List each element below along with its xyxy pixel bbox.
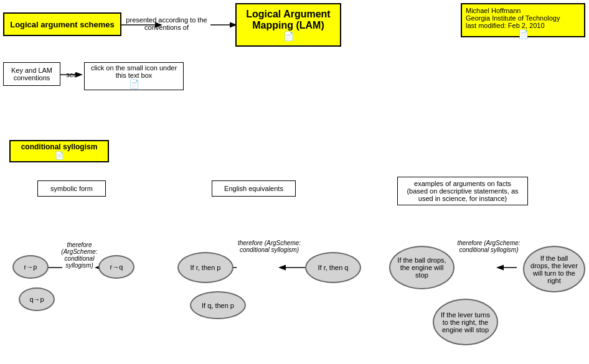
symbolic-form-label: symbolic form <box>37 180 106 197</box>
oval-ball-drops-lever: If the ball drops, the lever will turn t… <box>523 246 585 292</box>
oval-q-to-p: q→p <box>19 287 55 311</box>
oval-r-to-q: r→q <box>98 255 134 279</box>
examples-facts-label: examples of arguments on facts (based on… <box>397 177 528 205</box>
logical-argument-schemes: Logical argument schemes <box>3 12 121 36</box>
cond-doc-icon: 📄 <box>55 151 64 160</box>
oval-if-q-then-p: If q, then p <box>190 291 246 319</box>
oval-r-to-p: r→p <box>12 255 49 279</box>
english-equivalents-label: English equivalents <box>212 180 296 197</box>
lam-box: Logical Argument Mapping (LAM) 📄 <box>235 3 341 47</box>
conditional-syllogism: conditional syllogism 📄 <box>9 140 109 162</box>
oval-ball-drops-engine: If the ball drops, the engine will stop <box>389 246 455 289</box>
presented-according-label: presented according to the conventions o… <box>125 6 209 40</box>
see-label: see <box>62 68 81 81</box>
therefore-facts-label: therefore (ArgScheme: conditional syllog… <box>455 240 523 253</box>
oval-lever-turns-engine: If the lever turns to the right, the eng… <box>433 299 498 345</box>
click-icon-box: click on the small icon under this text … <box>84 62 184 90</box>
therefore-english-label: therefore (ArgScheme: conditional syllog… <box>237 240 302 253</box>
author-doc-icon: 📄 <box>518 29 529 39</box>
oval-if-r-then-p: If r, then p <box>177 252 233 283</box>
oval-if-r-then-q: If r, then q <box>305 252 361 283</box>
author-info: Michael Hoffmann Georgia Institute of Te… <box>461 3 585 37</box>
key-lam-conventions: Key and LAM conventions <box>3 62 60 86</box>
lam-doc-icon: 📄 <box>283 31 294 41</box>
click-doc-icon: 📄 <box>129 79 139 89</box>
main-canvas: Logical argument schemes presented accor… <box>0 0 589 364</box>
